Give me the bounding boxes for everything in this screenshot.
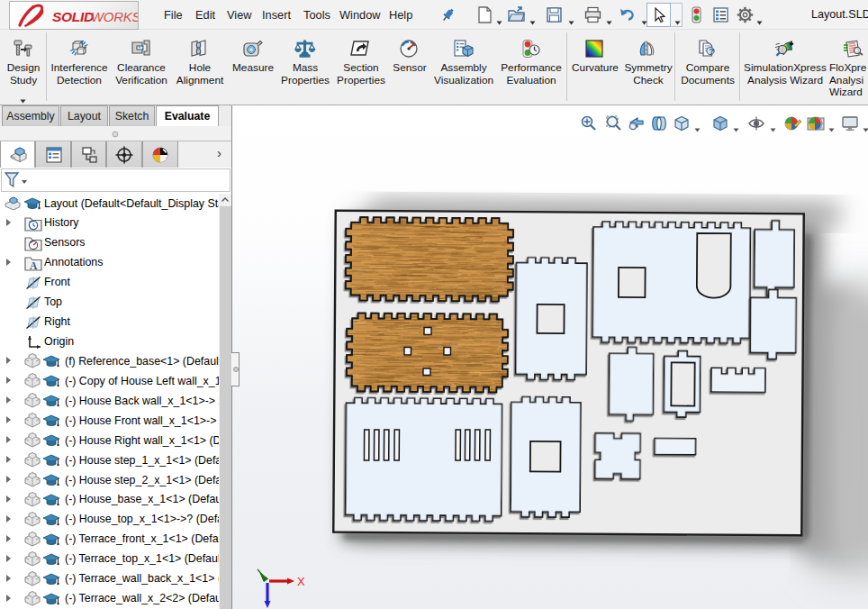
svg-text:A: A [30, 259, 38, 270]
svg-text:?: ? [709, 47, 714, 56]
svg-text:SOLID: SOLID [52, 9, 94, 24]
svg-text:X: X [297, 575, 305, 588]
svg-text:WORKS: WORKS [91, 9, 138, 24]
